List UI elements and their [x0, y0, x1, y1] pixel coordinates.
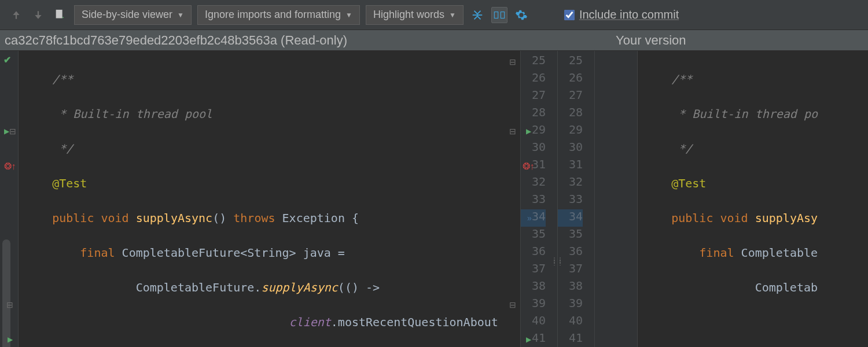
right-inner-gutter: ▶ ⊟ ❂↑ ⊟ ▶: [595, 51, 638, 347]
fold-icon[interactable]: ⊟: [9, 127, 16, 136]
right-version-title: Your version: [612, 33, 686, 48]
left-pane-marks: ⊟ ⊟ ⊟: [506, 53, 519, 347]
chevron-down-icon: ▼: [449, 11, 456, 19]
chevron-down-icon: ▼: [345, 11, 352, 19]
highlight-mode-label: Highlight words: [373, 9, 444, 21]
include-commit-checkbox[interactable]: Include into commit: [564, 8, 679, 21]
fold-icon[interactable]: ⊟: [506, 53, 519, 71]
svg-rect-3: [501, 12, 504, 18]
svg-rect-0: [56, 9, 62, 18]
svg-rect-2: [494, 12, 498, 18]
right-diff-pane[interactable]: /** * Built-in thread po */ @Test public…: [638, 51, 868, 347]
apply-change-icon[interactable]: »: [522, 209, 535, 227]
edit-file-icon[interactable]: [52, 7, 68, 23]
arrow-down-icon[interactable]: [30, 7, 46, 23]
run-icon[interactable]: ▶: [4, 127, 9, 135]
center-left-marks: ▶ ❂↑ » ▶: [522, 53, 535, 347]
recursive-call-icon: ❂↑: [3, 157, 16, 175]
run-icon[interactable]: ▶: [522, 123, 535, 140]
fold-icon[interactable]: ⊟: [506, 123, 519, 140]
right-code[interactable]: /** * Built-in thread po */ @Test public…: [638, 51, 868, 347]
center-gutter: ▶ ❂↑ » ▶ 2526272829303132333435363738394…: [521, 51, 595, 347]
splitter-handle[interactable]: ⋮⋮⋮⋮⋮⋮: [552, 258, 564, 265]
right-pane-marks: ▶ ⊟ ❂↑ ⊟ ▶: [3, 53, 16, 347]
include-commit-label: Include into commit: [579, 8, 679, 21]
version-title-bar: ca32c78fc1bcd763e79eded2203efb2c48b3563a…: [0, 30, 868, 51]
left-version-title: ca32c78fc1bcd763e79eded2203efb2c48b3563a…: [0, 33, 612, 48]
chevron-down-icon: ▼: [177, 11, 184, 19]
arrow-up-icon[interactable]: [8, 7, 24, 23]
fold-icon[interactable]: ⊟: [506, 296, 519, 313]
left-code[interactable]: /** * Built-in thread pool */ @Test publ…: [19, 51, 520, 347]
diff-body: ✔ ⊟ ⊟ ⊟ /** * Built-in thread pool */ @T…: [0, 51, 868, 347]
ignore-policy-dropdown[interactable]: Ignore imports and formatting ▼: [197, 5, 360, 25]
fold-icon[interactable]: ⊟: [3, 296, 16, 313]
sync-scroll-icon[interactable]: [491, 7, 507, 23]
right-line-numbers: 2526272829303132333435363738394041: [558, 51, 594, 347]
collapse-unchanged-icon[interactable]: [469, 7, 486, 23]
gear-icon[interactable]: [513, 7, 529, 23]
run-icon[interactable]: ▶: [3, 331, 16, 347]
highlight-mode-dropdown[interactable]: Highlight words ▼: [366, 5, 464, 25]
recursive-call-icon: ❂↑: [522, 157, 535, 175]
run-icon[interactable]: ▶: [522, 331, 535, 347]
viewer-mode-label: Side-by-side viewer: [82, 9, 172, 21]
viewer-mode-dropdown[interactable]: Side-by-side viewer ▼: [74, 5, 192, 25]
diff-toolbar: Side-by-side viewer ▼ Ignore imports and…: [0, 0, 868, 30]
left-diff-pane[interactable]: ⊟ ⊟ ⊟ /** * Built-in thread pool */ @Tes…: [19, 51, 521, 347]
ignore-policy-label: Ignore imports and formatting: [205, 9, 341, 21]
